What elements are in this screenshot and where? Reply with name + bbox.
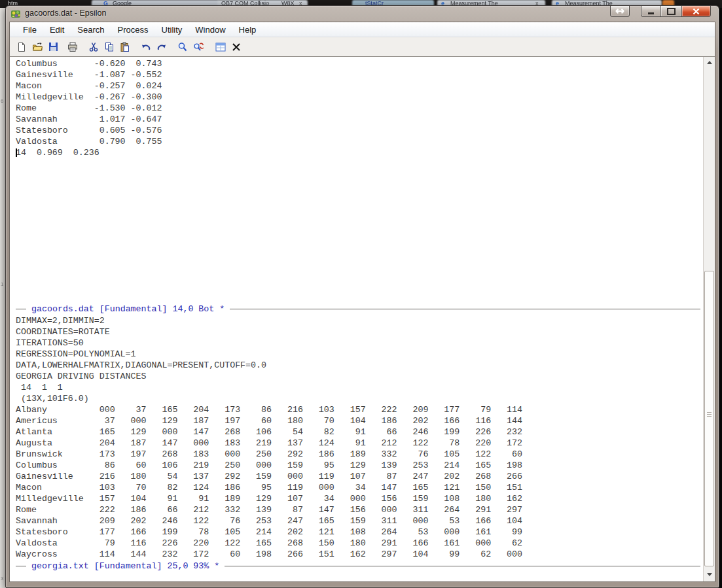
window-title: gacoords.dat - Epsilon [25,9,106,18]
maximize-button[interactable] [661,6,681,17]
modeline-georgia: georgia.txt [Fundamental] 25,0 93% * [16,561,700,572]
delete-button[interactable] [228,40,244,54]
copy-button[interactable] [101,40,117,54]
menu-utility[interactable]: Utility [155,23,189,37]
modeline-gacoords-text: gacoords.dat [Fundamental] 14,0 Bot * [31,303,225,315]
redo-arrow-icon [156,43,167,52]
modeline-gacoords: gacoords.dat [Fundamental] 14,0 Bot * [16,303,700,315]
open-folder-icon [32,42,43,52]
open-file-button[interactable] [29,40,45,54]
menu-search[interactable]: Search [71,23,111,37]
undo-arrow-icon [141,43,151,52]
epsilon-app-icon [10,9,21,19]
minimize-icon [648,12,654,14]
copy-icon [104,42,115,52]
menu-edit[interactable]: Edit [43,23,71,37]
caption-buttons [641,6,711,17]
clipboard-paste-icon [120,42,130,52]
scissors-icon [88,42,99,52]
print-button[interactable] [65,40,81,54]
new-document-icon [16,42,27,52]
arrow-up-icon [707,61,712,64]
gacoords-text[interactable]: Columbus -0.620 0.743 Gainesville -1.087… [16,58,162,158]
close-icon [693,8,700,15]
scrollbar-grip-icon [707,412,712,417]
arrow-down-icon [707,573,712,576]
search-replace-icon [193,42,204,52]
close-button[interactable] [681,6,711,17]
client-area: File Edit Search Process Utility Window … [9,22,715,582]
buffer-window-icon [215,43,226,52]
menu-bar: File Edit Search Process Utility Window … [10,22,715,37]
vertical-scrollbar[interactable] [703,57,715,581]
screen: htm G Google OB7 COM Collisio W8X x tSta… [0,0,722,588]
redo-button[interactable] [154,40,170,54]
delete-x-icon [232,43,241,52]
modeline-rule [230,309,700,309]
epsilon-window: gacoords.dat - Epsilon [5,5,719,588]
find-button[interactable] [175,40,190,54]
find-replace-button[interactable] [190,40,206,54]
menu-file[interactable]: File [16,23,43,37]
save-button[interactable] [45,40,61,54]
modeline-dash [16,566,26,566]
scroll-up-button[interactable] [704,57,715,68]
georgia-text[interactable]: DIMMAX=2,DIMMIN=2 COORDINATES=ROTATE ITE… [16,315,522,560]
editor-area: Columbus -0.620 0.743 Gainesville -1.087… [10,57,715,581]
cut-button[interactable] [86,40,101,54]
modeline-dash [16,309,26,309]
undo-button[interactable] [138,40,154,54]
menu-process[interactable]: Process [111,23,155,37]
search-icon [177,42,188,52]
menu-help[interactable]: Help [232,23,263,37]
menu-window[interactable]: Window [189,23,232,37]
new-file-button[interactable] [14,40,29,54]
printer-icon [67,42,78,52]
paste-button[interactable] [117,40,133,54]
scroll-down-button[interactable] [704,569,715,580]
toolbar [10,37,715,57]
horizontal-resize-button[interactable] [610,6,630,17]
maximize-icon [667,8,676,15]
save-floppy-icon [48,42,58,52]
buffer-list-button[interactable] [213,40,228,54]
left-right-arrows-icon [615,8,625,14]
minimize-button[interactable] [641,6,661,17]
text-cursor [16,148,17,157]
scrollbar-thumb[interactable] [704,271,714,566]
titlebar[interactable]: gacoords.dat - Epsilon [6,6,719,22]
modeline-rule [225,566,700,566]
modeline-georgia-text: georgia.txt [Fundamental] 25,0 93% * [31,561,219,572]
